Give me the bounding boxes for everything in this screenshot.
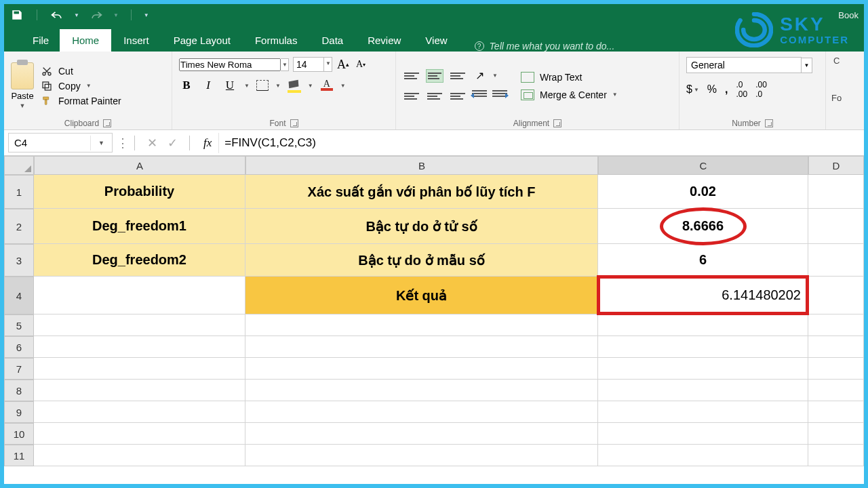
alignment-dialog-launcher[interactable] <box>553 119 561 127</box>
font-size-input[interactable] <box>293 57 324 72</box>
font-size-dropdown[interactable]: ▼ <box>324 57 332 72</box>
formula-input[interactable]: =FINV(C1,C2,C3) <box>218 133 864 153</box>
cut-button[interactable]: Cut <box>41 66 121 77</box>
comma-format-button[interactable]: , <box>725 83 728 96</box>
cell-B8[interactable] <box>245 380 598 401</box>
copy-button[interactable]: Copy ▼ <box>41 81 121 92</box>
number-format-select[interactable]: General <box>686 57 802 73</box>
cell-B1[interactable]: Xác suất gắn với phân bố lũy tích F <box>245 175 598 209</box>
cell-C10[interactable] <box>598 423 808 445</box>
cell-D11[interactable] <box>808 445 864 466</box>
paste-button[interactable]: Paste ▼ <box>11 62 34 109</box>
borders-dropdown[interactable]: ▼ <box>275 83 281 89</box>
cell-D1[interactable] <box>808 175 864 209</box>
name-box-input[interactable] <box>9 134 90 152</box>
spreadsheet-grid[interactable]: A B C D 1 Probability Xác suất gắn với p… <box>4 156 864 466</box>
cell-C2[interactable]: 8.6666 <box>598 209 808 244</box>
cell-C11[interactable] <box>598 445 808 466</box>
row-header-4[interactable]: 4 <box>4 277 34 314</box>
tell-me[interactable]: ? Tell me what you want to do... <box>475 41 615 52</box>
cell-A10[interactable] <box>34 423 245 445</box>
font-name-dropdown[interactable]: ▼ <box>281 58 289 71</box>
row-header-7[interactable]: 7 <box>4 358 34 380</box>
cell-C7[interactable] <box>598 358 808 380</box>
align-center-button[interactable] <box>426 89 443 103</box>
cell-B2[interactable]: Bậc tự do ở tử số <box>245 209 598 244</box>
font-dialog-launcher[interactable] <box>290 119 298 127</box>
cell-C5[interactable] <box>598 314 808 336</box>
cell-A4[interactable] <box>34 277 245 314</box>
cell-D8[interactable] <box>808 380 864 401</box>
row-header-6[interactable]: 6 <box>4 336 34 358</box>
row-header-9[interactable]: 9 <box>4 401 34 423</box>
cell-C1[interactable]: 0.02 <box>598 175 808 209</box>
merge-center-button[interactable]: Merge & Center ▼ <box>521 89 618 100</box>
align-top-button[interactable] <box>403 69 420 83</box>
col-header-B[interactable]: B <box>245 156 598 175</box>
row-header-11[interactable]: 11 <box>4 445 34 466</box>
underline-dropdown[interactable]: ▼ <box>244 83 250 89</box>
row-header-2[interactable]: 2 <box>4 209 34 244</box>
cell-B4[interactable]: Kết quả <box>245 277 598 314</box>
cell-A2[interactable]: Deg_freedom1 <box>34 209 245 244</box>
cancel-button[interactable]: ✕ <box>142 136 162 150</box>
fill-color-button[interactable] <box>288 80 301 91</box>
undo-dropdown[interactable]: ▼ <box>74 12 79 18</box>
tab-view[interactable]: View <box>413 29 459 52</box>
increase-decimal-button[interactable]: .0.00 <box>736 80 748 99</box>
save-icon[interactable] <box>9 7 24 22</box>
col-header-D[interactable]: D <box>808 156 864 175</box>
fill-color-dropdown[interactable]: ▼ <box>308 83 313 89</box>
borders-button[interactable] <box>256 80 269 91</box>
cell-A6[interactable] <box>34 336 245 358</box>
cell-D9[interactable] <box>808 401 864 423</box>
cell-C3[interactable]: 6 <box>598 244 808 277</box>
cell-D10[interactable] <box>808 423 864 445</box>
tab-review[interactable]: Review <box>355 29 413 52</box>
tab-file[interactable]: File <box>22 29 60 52</box>
undo-icon[interactable] <box>50 7 64 22</box>
row-header-1[interactable]: 1 <box>4 175 34 209</box>
tab-home[interactable]: Home <box>60 29 111 52</box>
increase-indent-button[interactable] <box>492 90 507 102</box>
redo-icon[interactable] <box>89 7 104 22</box>
shrink-font-button[interactable]: A▾ <box>354 58 368 71</box>
format-painter-button[interactable]: Format Painter <box>41 96 121 106</box>
underline-button[interactable]: U <box>222 79 237 92</box>
cell-A9[interactable] <box>34 401 245 423</box>
row-header-5[interactable]: 5 <box>4 314 34 336</box>
cell-B11[interactable] <box>245 445 598 466</box>
cell-B5[interactable] <box>245 314 598 336</box>
row-header-3[interactable]: 3 <box>4 244 34 277</box>
cell-A11[interactable] <box>34 445 245 466</box>
cell-D6[interactable] <box>808 336 864 358</box>
orientation-dropdown[interactable]: ▼ <box>492 73 498 79</box>
cell-D3[interactable] <box>808 244 864 277</box>
clipboard-dialog-launcher[interactable] <box>103 119 111 127</box>
decrease-indent-button[interactable] <box>472 90 487 102</box>
cell-C8[interactable] <box>598 380 808 401</box>
name-box-dropdown[interactable]: ▼ <box>90 136 112 150</box>
tab-page-layout[interactable]: Page Layout <box>161 29 243 52</box>
font-color-dropdown[interactable]: ▼ <box>340 83 346 89</box>
cell-B10[interactable] <box>245 423 598 445</box>
percent-format-button[interactable]: % <box>707 83 717 96</box>
redo-dropdown[interactable]: ▼ <box>113 12 119 18</box>
grow-font-button[interactable]: A▴ <box>336 58 350 71</box>
align-bottom-button[interactable] <box>449 69 467 83</box>
decrease-decimal-button[interactable]: .00.0 <box>755 80 767 99</box>
italic-button[interactable]: I <box>201 79 216 92</box>
cell-B6[interactable] <box>245 336 598 358</box>
cell-D5[interactable] <box>808 314 864 336</box>
col-header-A[interactable]: A <box>34 156 245 175</box>
cell-A1[interactable]: Probability <box>34 175 245 209</box>
tab-formulas[interactable]: Formulas <box>243 29 310 52</box>
accounting-format-button[interactable]: $▼ <box>686 83 699 96</box>
cell-D2[interactable] <box>808 209 864 244</box>
number-format-dropdown[interactable]: ▼ <box>802 58 812 73</box>
bold-button[interactable]: B <box>179 79 194 92</box>
number-dialog-launcher[interactable] <box>765 119 773 127</box>
cell-B9[interactable] <box>245 401 598 423</box>
cell-A5[interactable] <box>34 314 245 336</box>
row-header-8[interactable]: 8 <box>4 380 34 401</box>
